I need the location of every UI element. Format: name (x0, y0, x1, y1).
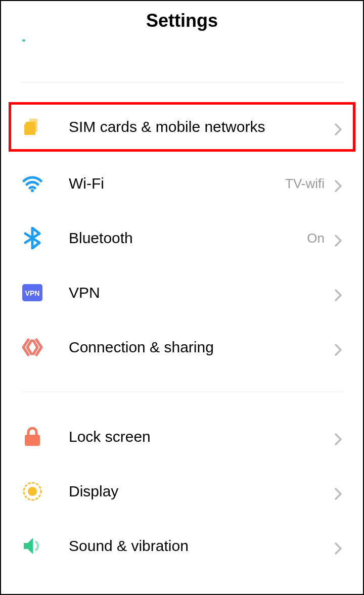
svg-rect-4 (25, 435, 40, 446)
chevron-right-icon (334, 122, 343, 131)
svg-text:VPN: VPN (25, 289, 40, 297)
partial-previous-row (1, 36, 363, 67)
row-label: Lock screen (43, 428, 334, 445)
row-bluetooth[interactable]: Bluetooth On (1, 211, 363, 265)
bluetooth-icon (21, 227, 43, 249)
chevron-right-icon (334, 234, 343, 243)
svg-point-1 (31, 189, 34, 192)
vpn-icon: VPN (21, 282, 43, 304)
sound-icon (21, 535, 43, 557)
row-label: VPN (43, 284, 334, 301)
connection-sharing-icon (21, 336, 43, 358)
page-title: Settings (146, 10, 218, 31)
row-lock-screen[interactable]: Lock screen (1, 409, 363, 464)
sim-card-icon (21, 116, 43, 138)
row-label: Bluetooth (43, 230, 307, 247)
row-value: On (307, 231, 325, 246)
row-label: SIM cards & mobile networks (43, 118, 334, 135)
chevron-right-icon (334, 487, 343, 496)
row-display[interactable]: Display (1, 464, 363, 519)
chevron-right-icon (334, 179, 343, 188)
row-sim-cards[interactable]: SIM cards & mobile networks (6, 100, 358, 154)
row-label: Wi-Fi (43, 175, 285, 192)
wifi-icon (21, 172, 43, 195)
settings-list: SIM cards & mobile networks Wi-Fi TV-wif… (1, 100, 363, 573)
svg-point-5 (28, 487, 37, 496)
row-value: TV-wifi (285, 176, 325, 192)
row-vpn[interactable]: VPN VPN (1, 265, 363, 320)
row-label: Display (43, 483, 334, 500)
header: Settings (1, 1, 363, 36)
svg-rect-0 (22, 39, 25, 41)
chevron-right-icon (334, 343, 343, 352)
row-label: Connection & sharing (43, 339, 334, 356)
partial-icon-fragment (22, 36, 26, 40)
chevron-right-icon (334, 432, 343, 441)
row-connection-sharing[interactable]: Connection & sharing (1, 320, 363, 375)
chevron-right-icon (334, 288, 343, 297)
row-wifi[interactable]: Wi-Fi TV-wifi (1, 156, 363, 211)
chevron-right-icon (334, 541, 343, 551)
display-brightness-icon (21, 480, 43, 502)
row-sound-vibration[interactable]: Sound & vibration (1, 519, 363, 573)
row-label: Sound & vibration (43, 537, 334, 555)
lock-icon (21, 426, 43, 448)
